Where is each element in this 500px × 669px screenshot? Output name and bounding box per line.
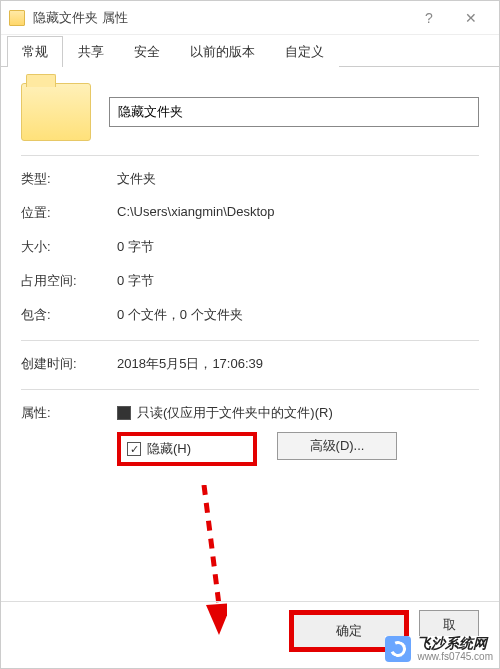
hidden-row[interactable]: ✓ 隐藏(H): [117, 432, 257, 466]
hidden-label: 隐藏(H): [147, 440, 191, 458]
tab-security[interactable]: 安全: [119, 36, 175, 67]
location-label: 位置:: [21, 204, 117, 222]
readonly-label: 只读(仅应用于文件夹中的文件)(R): [137, 404, 333, 422]
tab-customize[interactable]: 自定义: [270, 36, 339, 67]
type-value: 文件夹: [117, 170, 479, 188]
watermark-url: www.fs0745.com: [417, 651, 493, 662]
contains-label: 包含:: [21, 306, 117, 324]
watermark-logo-icon: [385, 636, 411, 662]
close-button[interactable]: ✕: [451, 5, 491, 31]
titlebar: 隐藏文件夹 属性 ? ✕: [1, 1, 499, 35]
contains-value: 0 个文件，0 个文件夹: [117, 306, 479, 324]
watermark: 飞沙系统网 www.fs0745.com: [385, 636, 493, 662]
window-title: 隐藏文件夹 属性: [33, 9, 409, 27]
attributes-label: 属性:: [21, 404, 117, 476]
advanced-button[interactable]: 高级(D)...: [277, 432, 397, 460]
size-value: 0 字节: [117, 238, 479, 256]
separator: [21, 155, 479, 156]
readonly-checkbox[interactable]: [117, 406, 131, 420]
folder-icon: [9, 10, 25, 26]
location-value: C:\Users\xiangmin\Desktop: [117, 204, 479, 222]
readonly-row[interactable]: 只读(仅应用于文件夹中的文件)(R): [117, 404, 479, 422]
hidden-checkbox[interactable]: ✓: [127, 442, 141, 456]
separator: [21, 340, 479, 341]
created-value: 2018年5月5日，17:06:39: [117, 355, 479, 373]
tab-sharing[interactable]: 共享: [63, 36, 119, 67]
size-label: 大小:: [21, 238, 117, 256]
separator: [21, 389, 479, 390]
ondisk-label: 占用空间:: [21, 272, 117, 290]
watermark-name: 飞沙系统网: [417, 636, 493, 651]
properties-dialog: 隐藏文件夹 属性 ? ✕ 常规 共享 安全 以前的版本 自定义 类型: 文件夹 …: [0, 0, 500, 669]
help-button[interactable]: ?: [409, 5, 449, 31]
svg-line-0: [204, 485, 219, 605]
type-label: 类型:: [21, 170, 117, 188]
tab-previous-versions[interactable]: 以前的版本: [175, 36, 270, 67]
created-label: 创建时间:: [21, 355, 117, 373]
ondisk-value: 0 字节: [117, 272, 479, 290]
tab-strip: 常规 共享 安全 以前的版本 自定义: [1, 35, 499, 67]
large-folder-icon: [21, 83, 91, 141]
folder-name-input[interactable]: [109, 97, 479, 127]
tab-general[interactable]: 常规: [7, 36, 63, 67]
tab-content: 类型: 文件夹 位置: C:\Users\xiangmin\Desktop 大小…: [1, 67, 499, 476]
